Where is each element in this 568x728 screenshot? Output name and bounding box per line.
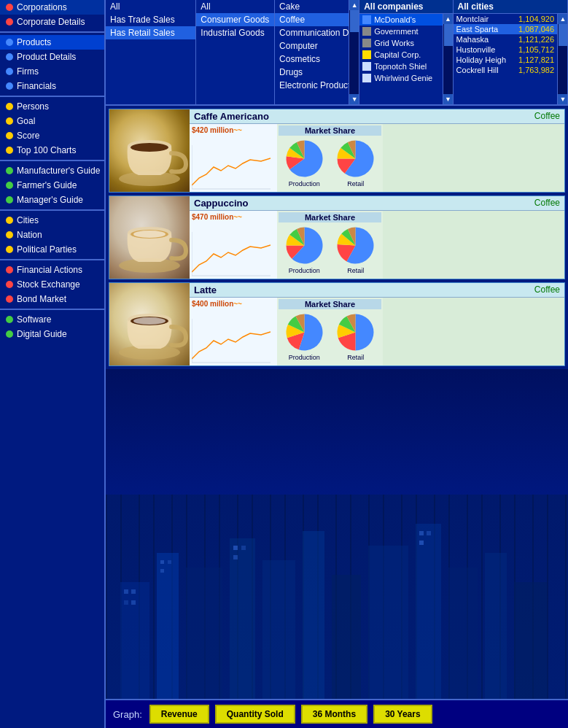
filter-city-3[interactable]: Hustonville1,105,712 <box>454 44 557 55</box>
filter-trade-1[interactable]: Has Trade Sales <box>106 13 195 26</box>
filter-product-4[interactable]: Cosmetics <box>275 53 349 66</box>
scroll-up-arrow[interactable]: ▲ <box>349 0 359 10</box>
company-label-2: Grid Works <box>374 39 414 47</box>
city-value-3: 1,105,712 <box>518 45 554 54</box>
product-image-0 <box>109 109 190 192</box>
product-scrollbar[interactable]: ▲ ▼ <box>349 0 359 104</box>
scroll-thumb[interactable] <box>350 10 359 32</box>
top-filters: AllHas Trade SalesHas Retail Sales AllCo… <box>106 0 568 106</box>
sidebar-item-persons[interactable]: Persons <box>0 99 104 114</box>
sidebar-label: Software <box>17 314 51 325</box>
pie-retail-2: Retail <box>335 312 376 361</box>
filter-category-0[interactable]: All <box>196 0 274 13</box>
sidebar-dot-yellow <box>6 147 13 154</box>
scroll-down-arrow[interactable]: ▼ <box>349 94 359 104</box>
filter-city-5[interactable]: Cockrell Hill1,763,982 <box>454 65 557 75</box>
sidebar-item-goal[interactable]: Goal <box>0 114 104 128</box>
product-row-2[interactable]: LatteCoffee$400 million~~ $0Past 12 mont… <box>109 282 565 366</box>
sidebar-item-financial-actions[interactable]: Financial Actions <box>0 263 104 277</box>
svg-rect-39 <box>419 531 424 535</box>
sidebar-dot-red <box>6 281 13 288</box>
filter-trade-0[interactable]: All <box>106 0 195 13</box>
svg-rect-31 <box>124 600 128 605</box>
sidebar-item-product-details[interactable]: Product Details <box>0 50 104 64</box>
sidebar-item-stock-exchange[interactable]: Stock Exchange <box>0 277 104 292</box>
filter-city-1[interactable]: East Sparta1,087,046 <box>454 24 557 34</box>
svg-rect-25 <box>416 524 441 699</box>
sidebar-item-software[interactable]: Software <box>0 312 104 327</box>
city-name-5: Cockrell Hill <box>456 66 499 74</box>
app-container: CorporationsCorporate DetailsProductsPro… <box>0 0 568 728</box>
sidebar-item-political-parties[interactable]: Political Parties <box>0 242 104 257</box>
svg-rect-21 <box>262 560 295 699</box>
sidebar-item-financials[interactable]: Financials <box>0 79 104 93</box>
filter-product-1[interactable]: Coffee <box>275 13 349 26</box>
sidebar-dot-green <box>6 196 13 204</box>
filter-company-4[interactable]: Topnotch Shiel <box>359 61 442 72</box>
pie-charts-2: ProductionRetail <box>279 309 381 364</box>
sidebar-item-digital-guide[interactable]: Digital Guide <box>0 327 104 341</box>
filter-company-0[interactable]: McDonald's <box>359 14 442 26</box>
filter-city-0[interactable]: Montclair1,104,920 <box>454 14 557 24</box>
product-row-1[interactable]: CappuccinoCoffee$470 million~~ $0Past 12… <box>109 195 565 279</box>
company-scroll-down[interactable]: ▼ <box>443 94 453 104</box>
filter-product-0[interactable]: Cake <box>275 0 349 13</box>
sidebar-item-cities[interactable]: Cities <box>0 213 104 228</box>
filter-city-4[interactable]: Holiday Heigh1,127,821 <box>454 55 557 65</box>
pie-prod-label-0: Production <box>289 180 320 187</box>
svg-rect-18 <box>157 553 179 699</box>
pie-retail-label-1: Retail <box>347 267 364 274</box>
sidebar-item-corporate-details[interactable]: Corporate Details <box>0 15 104 29</box>
filter-category-1[interactable]: Consumer Goods <box>196 13 274 26</box>
sidebar-dot-yellow <box>6 117 13 125</box>
filter-category-2[interactable]: Industrial Goods <box>196 26 274 39</box>
company-scroll: McDonald'sGovernmentGrid WorksCapital Co… <box>359 14 452 104</box>
svg-rect-34 <box>168 560 171 564</box>
sidebar-label: Top 100 Charts <box>17 145 76 155</box>
sidebar-item-products[interactable]: Products <box>0 35 104 50</box>
filter-company-2[interactable]: Grid Works <box>359 37 442 49</box>
city-scrollbar[interactable]: ▲ ▼ <box>557 14 567 104</box>
sidebar-divider <box>0 309 104 310</box>
btn-revenue[interactable]: Revenue <box>149 705 209 724</box>
chart-max-2: $400 million~~ <box>192 300 275 308</box>
cup-svg-0 <box>109 109 190 192</box>
sidebar-item-bond-market[interactable]: Bond Market <box>0 292 104 306</box>
sidebar-item-corporations[interactable]: Corporations <box>0 0 104 15</box>
company-scroll-up[interactable]: ▲ <box>443 14 453 24</box>
product-row-0[interactable]: Caffe AmericanoCoffee$420 million~~ $0Pa… <box>109 109 565 193</box>
city-scroll-up[interactable]: ▲ <box>558 14 567 24</box>
sidebar-item-score[interactable]: Score <box>0 128 104 143</box>
svg-rect-38 <box>233 555 238 559</box>
sidebar-item-manufacturers-guide[interactable]: Manufacturer's Guide <box>0 163 104 178</box>
sidebar-item-nation[interactable]: Nation <box>0 228 104 242</box>
filter-company-1[interactable]: Government <box>359 26 442 37</box>
sidebar-divider <box>0 259 104 260</box>
filter-product-6[interactable]: Electronic Products <box>275 79 349 92</box>
sidebar-item-farmers-guide[interactable]: Farmer's Guide <box>0 178 104 193</box>
filter-product-3[interactable]: Computer <box>275 39 349 53</box>
filter-product-5[interactable]: Drugs <box>275 66 349 79</box>
svg-rect-35 <box>160 569 164 573</box>
city-name-4: Holiday Heigh <box>456 55 506 64</box>
sidebar-dot-red <box>6 4 13 11</box>
btn-30-years[interactable]: 30 Years <box>373 705 432 724</box>
filter-company-5[interactable]: Whirlwind Genie <box>359 72 442 84</box>
btn-quantity-sold[interactable]: Quantity Sold <box>215 705 295 724</box>
sidebar-item-top-100-charts[interactable]: Top 100 Charts <box>0 143 104 158</box>
city-scroll-down[interactable]: ▼ <box>558 94 567 104</box>
pie-charts-0: ProductionRetail <box>279 136 381 190</box>
filter-company-3[interactable]: Capital Corp. <box>359 49 442 61</box>
filter-trade-2[interactable]: Has Retail Sales <box>106 26 195 39</box>
sidebar-item-firms[interactable]: Firms <box>0 64 104 79</box>
city-value-2: 1,121,226 <box>518 35 554 44</box>
filter-product-2[interactable]: Communication De <box>275 26 349 39</box>
company-scrollbar[interactable]: ▲ ▼ <box>443 14 453 104</box>
sidebar-item-managers-guide[interactable]: Manager's Guide <box>0 193 104 207</box>
city-name-1: East Sparta <box>456 25 498 34</box>
btn-36-months[interactable]: 36 Months <box>301 705 367 724</box>
filter-city-2[interactable]: Mahaska1,121,226 <box>454 34 557 44</box>
city-scroll-thumb[interactable] <box>559 24 567 46</box>
pie-prod-label-1: Production <box>289 267 320 274</box>
company-scroll-thumb[interactable] <box>444 24 453 46</box>
